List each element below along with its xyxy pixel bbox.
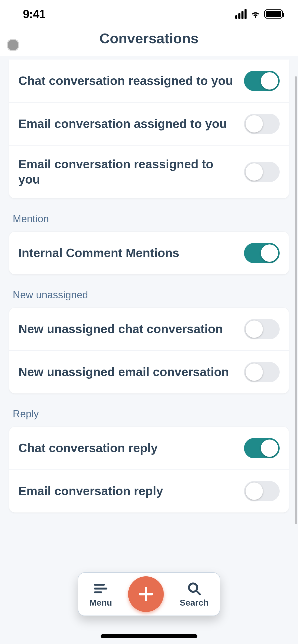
battery-icon [264,9,283,19]
toggle-unassigned-email[interactable] [244,362,280,382]
settings-card-unassigned: New unassigned chat conversation New una… [9,308,289,393]
section-header-mention: Mention [9,198,289,232]
menu-label: Menu [89,598,112,608]
setting-row: Email conversation reassigned to you [9,145,289,198]
setting-row: Chat conversation reassigned to you [9,60,289,102]
toggle-email-reply[interactable] [244,481,280,501]
plus-icon [137,585,155,603]
toggle-email-assigned[interactable] [244,114,280,134]
setting-row: Email conversation reply [9,470,289,513]
nav-header: Conversations [0,28,298,56]
toggle-internal-mentions[interactable] [244,243,280,263]
setting-row: Internal Comment Mentions [9,232,289,274]
setting-label: Chat conversation reply [18,441,238,456]
cellular-icon [235,9,247,19]
section-header-unassigned: New unassigned [9,274,289,308]
toggle-email-reassigned[interactable] [244,162,280,182]
status-time: 9:41 [23,7,45,21]
setting-row: Chat conversation reply [9,427,289,470]
search-label: Search [180,598,209,608]
page-title: Conversations [0,30,298,47]
setting-label: New unassigned chat conversation [18,321,238,337]
setting-row: Email conversation assigned to you [9,102,289,145]
setting-row: New unassigned chat conversation [9,308,289,350]
setting-label: Email conversation assigned to you [18,116,238,131]
settings-card-mention: Internal Comment Mentions [9,232,289,274]
scrollbar[interactable] [295,76,297,524]
status-icons [235,9,283,19]
setting-label: Email conversation reply [18,484,238,499]
search-button[interactable]: Search [180,581,209,608]
add-button[interactable] [128,576,164,612]
setting-row: New unassigned email conversation [9,350,289,393]
bottom-nav: Menu Search [78,572,220,616]
settings-content: Chat conversation reassigned to you Emai… [0,60,298,594]
section-header-reply: Reply [9,393,289,427]
menu-icon [93,581,108,596]
status-bar: 9:41 [0,0,298,28]
setting-label: Email conversation reassigned to you [18,157,238,187]
search-icon [186,581,202,596]
settings-card-reply: Chat conversation reply Email conversati… [9,427,289,513]
setting-label: New unassigned email conversation [18,364,238,380]
toggle-unassigned-chat[interactable] [244,319,280,339]
avatar[interactable] [7,39,19,51]
menu-button[interactable]: Menu [89,581,112,608]
settings-card-assigned: Chat conversation reassigned to you Emai… [9,60,289,198]
home-indicator[interactable] [101,634,197,638]
setting-label: Chat conversation reassigned to you [18,73,238,89]
toggle-chat-reply[interactable] [244,438,280,458]
toggle-chat-reassigned[interactable] [244,71,280,91]
wifi-icon [250,9,261,19]
setting-label: Internal Comment Mentions [18,245,238,261]
